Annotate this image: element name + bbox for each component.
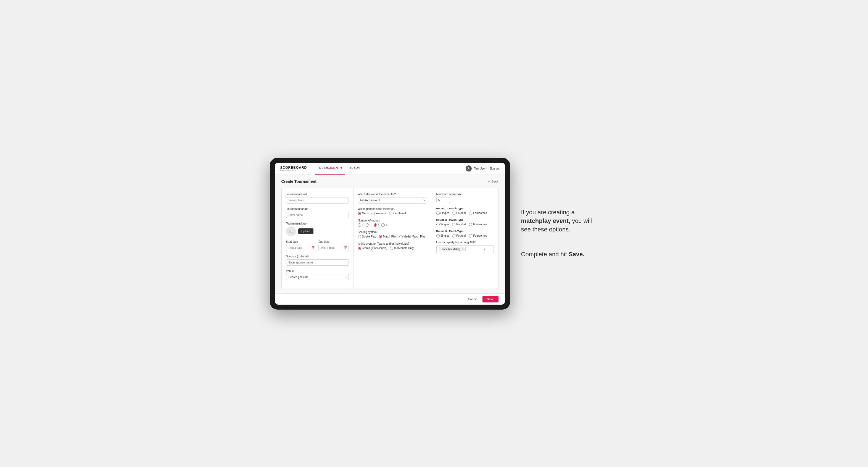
annotation-bottom: Complete and hit Save. bbox=[521, 250, 598, 259]
teams-both-radio[interactable] bbox=[358, 247, 361, 250]
teams-radio-group: Teams (+Individuals) Individuals Only bbox=[358, 247, 427, 250]
nav-tabs: TOURNAMENTS TEAMS bbox=[315, 163, 364, 175]
round1-match-type: Round 1 - Match Type Singles Fourball bbox=[436, 207, 494, 215]
teams-individuals-label: Individuals Only bbox=[394, 247, 414, 250]
round3-foursomes-radio[interactable] bbox=[469, 234, 472, 238]
rounds-2[interactable]: 2 bbox=[366, 223, 371, 227]
name-group: Tournament name bbox=[286, 208, 349, 218]
rounds-4[interactable]: 4 bbox=[381, 223, 387, 227]
gender-mens[interactable]: Mens bbox=[358, 212, 369, 215]
round3-match-type: Round 3 - Match Type Singles Fourball bbox=[436, 229, 494, 238]
right-column: Maximum Team Size Round 1 - Match Type S… bbox=[432, 188, 498, 289]
round2-foursomes-radio[interactable] bbox=[469, 223, 472, 226]
sponsor-label: Sponsor (optional) bbox=[286, 255, 349, 258]
teams-individuals[interactable]: Individuals Only bbox=[390, 247, 414, 250]
rounds-4-radio[interactable] bbox=[381, 223, 385, 227]
rounds-3[interactable]: 3 bbox=[374, 223, 379, 227]
round3-singles[interactable]: Singles bbox=[436, 234, 450, 238]
logo-label: Tournament logo bbox=[286, 222, 349, 225]
rounds-2-label: 2 bbox=[370, 223, 371, 226]
gender-group: Which gender is the event for? Mens Wome… bbox=[358, 208, 427, 215]
api-select[interactable]: Leaderboard King ✕ ▾ bbox=[436, 245, 494, 253]
rounds-3-radio[interactable] bbox=[374, 223, 377, 227]
api-dropdown-icon: ▾ bbox=[484, 248, 485, 250]
signout-link[interactable]: Sign out bbox=[489, 167, 500, 170]
round1-singles[interactable]: Singles bbox=[436, 212, 450, 215]
scoring-medal[interactable]: Medal Match Play bbox=[399, 235, 425, 238]
sponsor-input[interactable] bbox=[286, 259, 349, 266]
api-tag-label: Leaderboard King bbox=[441, 248, 461, 250]
cancel-button[interactable]: Cancel bbox=[465, 296, 480, 302]
teams-both-label: Teams (+Individuals) bbox=[362, 247, 388, 250]
rounds-4-label: 4 bbox=[385, 223, 387, 226]
rounds-1[interactable]: 1 bbox=[358, 223, 364, 227]
round1-fourball[interactable]: Fourball bbox=[452, 212, 466, 215]
gender-womens[interactable]: Womens bbox=[371, 212, 386, 215]
round2-fourball-radio[interactable] bbox=[452, 223, 456, 226]
footer-bar: Cancel Save bbox=[275, 293, 505, 305]
annotation-top: If you are creating a matchplay event, y… bbox=[521, 208, 598, 234]
save-button[interactable]: Save bbox=[483, 296, 498, 302]
logo-placeholder bbox=[286, 226, 296, 237]
max-size-input[interactable] bbox=[436, 197, 450, 203]
gender-combined[interactable]: Combined bbox=[389, 212, 406, 215]
tab-teams[interactable]: TEAMS bbox=[346, 163, 364, 175]
round1-singles-radio[interactable] bbox=[436, 212, 440, 215]
scoring-match-radio[interactable] bbox=[379, 235, 382, 238]
round1-fourball-radio[interactable] bbox=[452, 212, 456, 215]
end-date-group: End date 📅 bbox=[318, 240, 349, 251]
venue-label: Venue bbox=[286, 270, 349, 273]
scoring-match[interactable]: Match Play bbox=[379, 235, 397, 238]
round3-fourball[interactable]: Fourball bbox=[452, 234, 466, 238]
max-size-group: Maximum Team Size bbox=[436, 193, 494, 203]
calendar-icon: 📅 bbox=[312, 246, 315, 249]
annotation-bottom-text1: Complete and hit bbox=[521, 251, 569, 258]
upload-button[interactable]: Upload bbox=[298, 228, 314, 234]
api-tag-close[interactable]: ✕ bbox=[462, 248, 464, 250]
scoring-stroke[interactable]: Stroke Play bbox=[358, 235, 376, 238]
round2-singles-label: Singles bbox=[440, 223, 450, 226]
teams-label: Is this event for Teams and/or Individua… bbox=[358, 242, 427, 245]
gender-womens-radio[interactable] bbox=[371, 212, 375, 215]
round2-foursomes[interactable]: Foursomes bbox=[469, 223, 487, 226]
gender-combined-radio[interactable] bbox=[389, 212, 393, 215]
tablet-device: SCOREBOARD Powered by clippit TOURNAMENT… bbox=[270, 158, 510, 310]
rounds-1-radio[interactable] bbox=[358, 223, 361, 227]
teams-individuals-radio[interactable] bbox=[390, 247, 393, 250]
dates-group: Start date 📅 End date bbox=[286, 240, 349, 251]
gender-mens-label: Mens bbox=[362, 212, 369, 215]
rounds-2-radio[interactable] bbox=[366, 223, 369, 227]
user-name: Test User | bbox=[474, 167, 487, 170]
api-group: Use third-party live scoring API? Leader… bbox=[436, 241, 494, 253]
page-title: Create Tournament bbox=[281, 179, 316, 184]
scoring-stroke-label: Stroke Play bbox=[362, 235, 376, 238]
sponsor-group: Sponsor (optional) bbox=[286, 255, 349, 266]
scoring-stroke-radio[interactable] bbox=[358, 235, 361, 238]
teams-group: Is this event for Teams and/or Individua… bbox=[358, 242, 427, 250]
round2-singles-radio[interactable] bbox=[436, 223, 440, 226]
round3-fourball-label: Fourball bbox=[456, 234, 466, 237]
back-button[interactable]: ← Back bbox=[488, 180, 498, 183]
round3-fourball-radio[interactable] bbox=[452, 234, 456, 238]
scoring-medal-radio[interactable] bbox=[399, 235, 403, 238]
round1-foursomes-radio[interactable] bbox=[469, 212, 472, 215]
round2-singles[interactable]: Singles bbox=[436, 223, 450, 226]
round3-foursomes[interactable]: Foursomes bbox=[469, 234, 487, 238]
division-select[interactable]: NCAA Division I bbox=[358, 197, 427, 204]
round2-fourball[interactable]: Fourball bbox=[452, 223, 466, 226]
rounds-1-label: 1 bbox=[362, 223, 364, 226]
logo-group: Tournament logo Upload bbox=[286, 222, 349, 237]
scoring-group: Scoring system Stroke Play Match Play bbox=[358, 230, 427, 238]
app-logo: SCOREBOARD Powered by clippit bbox=[280, 166, 307, 171]
round3-singles-radio[interactable] bbox=[436, 234, 440, 238]
venue-select[interactable]: Search golf club bbox=[286, 274, 349, 280]
host-group: Tournament Host bbox=[286, 193, 349, 204]
host-input[interactable] bbox=[286, 197, 349, 204]
name-input[interactable] bbox=[286, 212, 349, 218]
teams-both[interactable]: Teams (+Individuals) bbox=[358, 247, 388, 250]
round1-foursomes[interactable]: Foursomes bbox=[469, 212, 487, 215]
mid-column: Which division is the event for? NCAA Di… bbox=[353, 188, 432, 289]
gender-mens-radio[interactable] bbox=[358, 212, 361, 215]
nav-bar: SCOREBOARD Powered by clippit TOURNAMENT… bbox=[275, 163, 505, 175]
tab-tournaments[interactable]: TOURNAMENTS bbox=[315, 163, 345, 175]
